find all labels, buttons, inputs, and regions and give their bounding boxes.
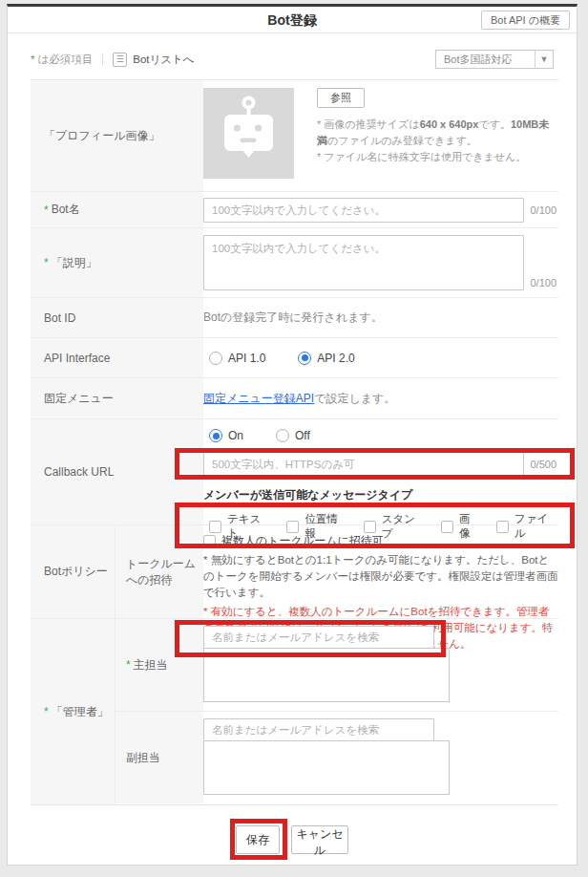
api-interface-content: API 1.0 API 2.0 (203, 338, 558, 377)
bot-id-label: Bot ID (31, 298, 203, 337)
radio-icon (209, 352, 222, 365)
administrators-subrows: *主担当 副担当 (116, 619, 558, 804)
description-content: 0/100 (203, 228, 558, 297)
description-counter: 0/100 (530, 277, 556, 289)
secondary-admin-row: 副担当 (116, 712, 558, 803)
primary-admin-search-wrap (203, 626, 434, 649)
callback-counter: 0/500 (530, 459, 556, 470)
profile-image-note-1: * 画像の推奨サイズは640 x 640pxです。10MB未満のファイルのみ登録… (317, 117, 552, 149)
bot-id-value: Botの登録完了時に発行されます。 (203, 298, 558, 337)
required-asterisk: * (44, 203, 49, 217)
primary-admin-row: *主担当 (116, 619, 558, 712)
toolbar-left: *は必須項目 ☰ Botリストへ (31, 53, 195, 67)
bot-language-dropdown-value: Bot多国語対応 (436, 53, 535, 67)
chevron-down-icon: ▼ (535, 51, 553, 68)
multi-talkroom-checkbox[interactable]: 複数人のトークルームに招待可 (203, 533, 558, 549)
save-button[interactable]: 保存 (236, 825, 280, 854)
secondary-admin-content (203, 712, 558, 803)
secondary-admin-search-input[interactable] (203, 718, 434, 741)
callback-url-row: Callback URL On Off 0/500 メンバーが送信可能なメッセー… (31, 419, 558, 525)
required-asterisk: * (126, 658, 131, 672)
profile-image-content: 参照 * 画像の推奨サイズは640 x 640pxです。10MB未満のファイルの… (203, 80, 558, 191)
fixed-menu-row: 固定メニュー 固定メニュー登録API で設定します。 (31, 378, 558, 419)
callback-off-radio[interactable]: Off (276, 429, 310, 442)
radio-selected-icon (209, 429, 222, 442)
required-asterisk: * (44, 705, 49, 718)
bot-register-form: 「プロフィール画像」 参照 (31, 79, 558, 805)
bot-name-label: *Bot名 (31, 192, 203, 227)
message-type-heading: メンバーが送信可能なメッセージタイプ (203, 487, 558, 503)
required-note: *は必須項目 (31, 53, 93, 67)
bot-policy-row: Botポリシー トークルームへの招待 複数人のトークルームに招待可 * 無効にす… (31, 525, 558, 619)
primary-admin-list[interactable] (203, 648, 450, 702)
toolbar-separator (102, 53, 103, 65)
description-textarea[interactable] (203, 235, 524, 290)
callback-on-radio[interactable]: On (209, 429, 243, 442)
profile-image-placeholder (203, 88, 294, 179)
radio-icon (276, 429, 289, 442)
bot-name-input[interactable] (203, 198, 524, 223)
profile-image-note-2: * ファイル名に特殊文字は使用できません。 (317, 149, 552, 165)
toolbar: *は必須項目 ☰ Botリストへ Bot多国語対応 ▼ (31, 49, 554, 70)
bot-list-link-label: Botリストへ (133, 53, 194, 67)
callback-input-line: 0/500 (203, 452, 558, 477)
bot-policy-label: Botポリシー (31, 525, 116, 618)
bot-language-dropdown[interactable]: Bot多国語対応 ▼ (435, 50, 554, 69)
bot-name-counter: 0/100 (530, 204, 556, 216)
list-icon: ☰ (113, 53, 127, 67)
checkbox-icon (203, 535, 216, 547)
footer: 保存 キャンセル (8, 825, 577, 854)
primary-admin-content (203, 619, 558, 711)
profile-image-row: 「プロフィール画像」 参照 (31, 80, 558, 192)
bot-name-content: 0/100 (203, 192, 558, 227)
callback-toggle-group: On Off (203, 429, 558, 442)
callback-url-input[interactable] (203, 452, 524, 477)
fixed-menu-suffix: で設定します。 (314, 391, 395, 407)
profile-image-label: 「プロフィール画像」 (31, 80, 203, 191)
bot-register-panel: Bot登録 Bot API の概要 *は必須項目 ☰ Botリストへ Bot多国… (7, 4, 578, 866)
fixed-menu-label: 固定メニュー (31, 378, 203, 418)
fixed-menu-api-link[interactable]: 固定メニュー登録API (203, 391, 314, 407)
talkroom-invite-label: トークルームへの招待 (116, 525, 203, 618)
secondary-admin-list[interactable] (203, 740, 450, 795)
required-note-text: は必須項目 (37, 53, 93, 65)
primary-admin-search-input[interactable] (203, 626, 434, 649)
header: Bot登録 Bot API の概要 (8, 7, 577, 33)
bot-api-overview-button[interactable]: Bot API の概要 (481, 11, 570, 30)
api-interface-label: API Interface (31, 338, 203, 377)
required-asterisk: * (44, 256, 49, 269)
description-row: *「説明」 0/100 (31, 228, 558, 298)
primary-admin-label: *主担当 (116, 619, 203, 711)
policy-note-gray: * 無効にするとBotとの1:1トークのみ可能になります。ただし、Botとのトー… (203, 552, 558, 601)
cancel-button[interactable]: キャンセル (291, 825, 348, 854)
bot-name-row: *Bot名 0/100 (31, 192, 558, 228)
fixed-menu-content: 固定メニュー登録API で設定します。 (203, 378, 558, 418)
callback-url-label: Callback URL (31, 419, 203, 524)
profile-image-help: 参照 * 画像の推奨サイズは640 x 640pxです。10MB未満のファイルの… (317, 88, 552, 191)
radio-selected-icon (298, 352, 311, 365)
administrators-label: *「管理者」 (31, 619, 116, 804)
browse-button[interactable]: 参照 (317, 88, 365, 108)
required-asterisk: * (31, 53, 34, 65)
bot-list-link[interactable]: ☰ Botリストへ (113, 53, 194, 67)
secondary-admin-label: 副担当 (116, 712, 203, 803)
secondary-admin-search-wrap (203, 718, 434, 741)
bot-id-row: Bot ID Botの登録完了時に発行されます。 (31, 298, 558, 338)
api-2-radio[interactable]: API 2.0 (298, 352, 354, 365)
api-interface-row: API Interface API 1.0 API 2.0 (31, 338, 558, 378)
callback-url-content: On Off 0/500 メンバーが送信可能なメッセージタイプ テキスト 位置情… (203, 419, 558, 524)
bot-policy-content: 複数人のトークルームに招待可 * 無効にするとBotとの1:1トークのみ可能にな… (203, 525, 558, 618)
description-label: *「説明」 (31, 228, 203, 297)
page-background: Bot登録 Bot API の概要 *は必須項目 ☰ Botリストへ Bot多国… (0, 0, 588, 877)
api-1-radio[interactable]: API 1.0 (209, 352, 265, 365)
robot-icon (203, 88, 294, 179)
administrators-row: *「管理者」 *主担当 副担当 (31, 619, 558, 804)
